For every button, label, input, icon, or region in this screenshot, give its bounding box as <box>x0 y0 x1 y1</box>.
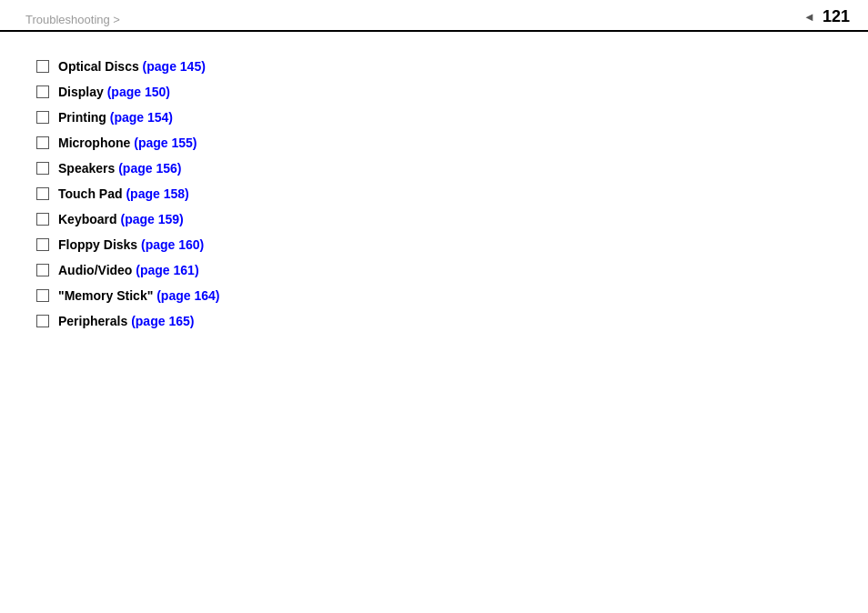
item-label: Keyboard (page 159) <box>58 212 184 226</box>
checkbox-icon <box>36 85 49 98</box>
checkbox-icon <box>36 187 49 200</box>
page-header: Troubleshooting > ◄ 121 <box>0 0 868 32</box>
list-item: Microphone (page 155) <box>36 134 832 150</box>
item-label: Display (page 150) <box>58 85 170 99</box>
item-label: Microphone (page 155) <box>58 136 197 150</box>
page-arrow-icon: ◄ <box>803 10 815 24</box>
item-page-link[interactable]: (page 159) <box>120 212 183 226</box>
item-label: Floppy Disks (page 160) <box>58 237 204 252</box>
page-number-container: ◄ 121 <box>803 7 853 26</box>
item-page-link[interactable]: (page 158) <box>126 186 188 201</box>
item-page-link[interactable]: (page 155) <box>134 136 197 150</box>
item-page-link[interactable]: (page 156) <box>118 161 181 176</box>
checkbox-icon <box>36 136 49 149</box>
checkbox-icon <box>36 213 49 226</box>
item-page-link[interactable]: (page 154) <box>110 110 173 125</box>
list-item: Optical Discs (page 145) <box>36 57 832 74</box>
list-item: Touch Pad (page 158) <box>36 185 832 201</box>
list-item: Printing (page 154) <box>36 108 832 125</box>
checkbox-icon <box>36 289 49 302</box>
list-item: Display (page 150) <box>36 83 832 99</box>
checkbox-icon <box>36 264 49 276</box>
page-number: 121 <box>819 7 853 26</box>
list-item: "Memory Stick" (page 164) <box>36 286 832 303</box>
item-page-link[interactable]: (page 150) <box>107 85 170 99</box>
item-page-link[interactable]: (page 164) <box>156 288 219 303</box>
checkbox-icon <box>36 238 49 251</box>
checkbox-icon <box>36 162 49 175</box>
item-label: Printing (page 154) <box>58 110 173 125</box>
item-label: Optical Discs (page 145) <box>58 59 206 74</box>
item-label: Touch Pad (page 158) <box>58 186 189 201</box>
list-item: Speakers (page 156) <box>36 159 832 176</box>
list-item: Audio/Video (page 161) <box>36 261 832 277</box>
item-page-link[interactable]: (page 145) <box>143 59 206 74</box>
item-label: Peripherals (page 165) <box>58 314 194 328</box>
list-item: Keyboard (page 159) <box>36 210 832 226</box>
checkbox-icon <box>36 315 49 327</box>
item-label: Audio/Video (page 161) <box>58 263 199 277</box>
breadcrumb: Troubleshooting > <box>25 7 120 26</box>
main-content: Optical Discs (page 145)Display (page 15… <box>0 32 868 356</box>
list-item: Peripherals (page 165) <box>36 312 832 328</box>
item-page-link[interactable]: (page 161) <box>136 263 198 277</box>
item-page-link[interactable]: (page 165) <box>131 314 194 328</box>
checkbox-icon <box>36 60 49 73</box>
checkbox-icon <box>36 111 49 124</box>
item-page-link[interactable]: (page 160) <box>141 237 204 252</box>
item-label: Speakers (page 156) <box>58 161 181 176</box>
list-item: Floppy Disks (page 160) <box>36 236 832 252</box>
item-label: "Memory Stick" (page 164) <box>58 288 219 303</box>
